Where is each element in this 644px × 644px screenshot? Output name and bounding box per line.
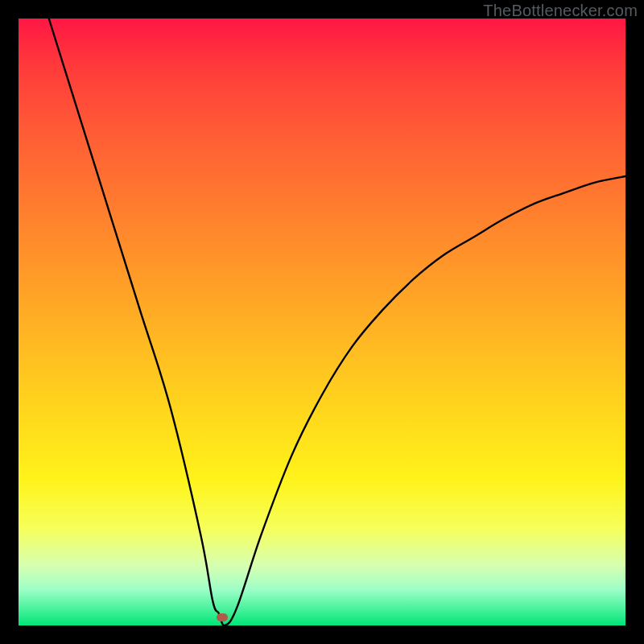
bottleneck-curve xyxy=(19,19,625,625)
chart-plot-area xyxy=(19,19,625,625)
watermark-text: TheBottlenecker.com xyxy=(483,2,638,20)
optimal-point-marker xyxy=(217,613,228,621)
